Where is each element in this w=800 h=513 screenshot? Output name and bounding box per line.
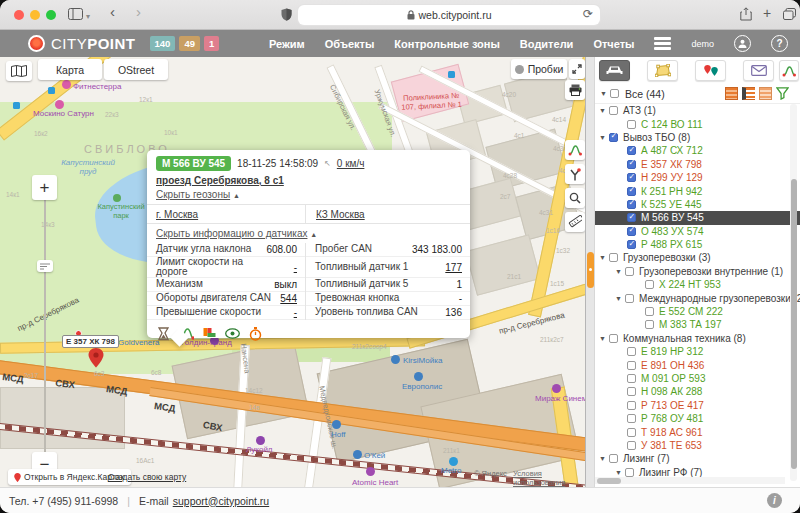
vehicle-row[interactable]: Е 552 СМ 222: [595, 305, 800, 318]
view-grouped-icon[interactable]: [742, 87, 755, 100]
geozone-city-link[interactable]: г. Москва: [156, 209, 198, 220]
vehicle-row[interactable]: Н 299 УУ 129: [595, 171, 800, 184]
vehicle-row[interactable]: Е 357 ХК 798: [595, 158, 800, 171]
route-fork-icon[interactable]: [565, 164, 585, 184]
status-badge-idle[interactable]: 49: [179, 36, 200, 51]
timer-icon[interactable]: [247, 325, 264, 342]
sidebar-vertical-scrollbar[interactable]: [790, 104, 797, 481]
citypoint-logo-icon[interactable]: [28, 35, 45, 52]
ruler-icon[interactable]: [565, 212, 585, 232]
vehicle-row[interactable]: С 124 ВО 111: [595, 117, 800, 130]
sidebar-toggle-icon[interactable]: [68, 8, 83, 20]
vehicle-pin-icon[interactable]: [88, 348, 104, 368]
tab-geozones[interactable]: [647, 60, 678, 81]
info-button[interactable]: i: [767, 493, 782, 508]
menu-icon[interactable]: [654, 35, 671, 53]
group-row[interactable]: ▼Грузоперевозки внутренние (1): [595, 265, 800, 278]
nav-reports[interactable]: Отчеты: [593, 38, 634, 50]
map-legend-icon[interactable]: [6, 61, 32, 81]
tab-messages[interactable]: [743, 60, 774, 81]
speed-link[interactable]: 0 км/ч: [337, 158, 365, 169]
share-icon[interactable]: [740, 7, 752, 21]
back-button[interactable]: ‹: [110, 4, 115, 20]
chevron-down-icon[interactable]: ▾: [86, 9, 90, 25]
view-compact-icon[interactable]: [759, 87, 772, 100]
map-terms-link[interactable]: Условия использования: [513, 469, 585, 487]
view-list-icon[interactable]: [725, 87, 738, 100]
fullscreen-window-button[interactable]: [46, 10, 56, 20]
layer-tab-ostreet[interactable]: OStreet: [104, 59, 168, 80]
vehicle-row[interactable]: Н 098 АК 288: [595, 385, 800, 398]
vehicle-row[interactable]: Р 713 ОЕ 417: [595, 399, 800, 412]
zoom-scale-icon[interactable]: [37, 260, 53, 272]
root-checkbox[interactable]: [610, 89, 619, 98]
vehicle-row[interactable]: А 487 СХ 712: [595, 144, 800, 157]
help-button[interactable]: ?: [771, 35, 788, 52]
collapse-icon[interactable]: ▲: [233, 192, 240, 199]
watch-eye-icon[interactable]: [224, 325, 241, 342]
vehicle-row[interactable]: Р 488 РХ 615: [595, 238, 800, 251]
vehicle-row[interactable]: О 483 УХ 574: [595, 225, 800, 238]
minimize-window-button[interactable]: [30, 10, 40, 20]
vehicle-row[interactable]: К 251 РН 942: [595, 184, 800, 197]
layer-tab-karta[interactable]: Карта: [38, 59, 102, 80]
tab-routes[interactable]: [779, 60, 799, 81]
sidebar-horizontal-scrollbar[interactable]: [595, 477, 785, 484]
user-avatar-icon[interactable]: [734, 35, 751, 52]
track-tool-icon[interactable]: [565, 140, 585, 160]
email-link[interactable]: support@citypoint.ru: [173, 495, 269, 507]
nav-control-zones[interactable]: Контрольные зоны: [394, 38, 500, 50]
status-badge-moving[interactable]: 140: [150, 36, 176, 51]
panel-resize-handle[interactable]: [587, 252, 594, 288]
group-row[interactable]: ▼Коммунальная техника (8): [595, 332, 800, 345]
expand-map-icon[interactable]: [569, 59, 585, 79]
tab-markers[interactable]: [695, 60, 726, 81]
group-row[interactable]: ▼АТЗ (1): [595, 104, 800, 117]
print-icon[interactable]: [565, 80, 585, 100]
group-row[interactable]: ▼Вывоз ТБО (8): [595, 131, 800, 144]
vehicle-row[interactable]: Т 918 АС 961: [595, 425, 800, 438]
collapse-icon[interactable]: ▲: [310, 231, 317, 238]
vehicle-row[interactable]: У 381 ТЕ 653: [595, 439, 800, 452]
group-row[interactable]: ▼Грузоперевозки (3): [595, 251, 800, 264]
geozone-kz-link[interactable]: КЗ Москва: [316, 209, 365, 220]
address-bar[interactable]: web.citypoint.ru ⟳: [298, 5, 600, 25]
vehicle-row[interactable]: Х 224 НТ 953: [595, 278, 800, 291]
vehicle-row-selected[interactable]: М 566 ВУ 545: [595, 211, 800, 224]
vehicle-row[interactable]: Р 768 ОУ 481: [595, 412, 800, 425]
hide-geozones-link[interactable]: Скрыть геозоны: [156, 189, 230, 200]
nav-objects[interactable]: Объекты: [325, 38, 375, 50]
traffic-button[interactable]: Пробки: [511, 59, 567, 79]
create-map-link[interactable]: Создать свою карту: [108, 472, 186, 482]
status-badge-alarm[interactable]: 1: [204, 36, 219, 51]
map-label-poi: О'Кей: [364, 451, 385, 460]
nav-drivers[interactable]: Водители: [520, 38, 574, 50]
vehicle-row[interactable]: Е 819 НР 312: [595, 345, 800, 358]
brand-title[interactable]: CITYPOINT: [51, 35, 136, 52]
new-tab-icon[interactable]: +: [763, 5, 771, 21]
close-window-button[interactable]: [14, 10, 24, 20]
filter-icon[interactable]: [776, 87, 789, 100]
vehicle-marker-label[interactable]: Е 357 ХК 798: [62, 335, 119, 348]
popup-address-link[interactable]: проезд Серебрякова, 8 с1: [156, 175, 284, 186]
privacy-shield-icon[interactable]: [281, 8, 292, 21]
reload-icon[interactable]: ⟳: [583, 7, 593, 21]
tab-objects[interactable]: [599, 60, 630, 81]
zoom-slider-track[interactable]: [44, 185, 46, 465]
map-search-icon[interactable]: [565, 188, 585, 208]
group-row[interactable]: ▼Международные грузоперевозки (2): [595, 291, 800, 304]
vehicle-row[interactable]: Е 891 ОН 436: [595, 358, 800, 371]
vehicle-row[interactable]: М 383 ТА 197: [595, 318, 800, 331]
tabs-overview-icon[interactable]: [783, 8, 796, 20]
tree-root-row[interactable]: ▼ Все (44): [595, 84, 800, 104]
vehicle-row[interactable]: М 091 ОР 593: [595, 372, 800, 385]
vehicle-row[interactable]: К 525 УЕ 445: [595, 198, 800, 211]
nav-mode[interactable]: Режим: [269, 38, 305, 50]
history-hourglass-icon[interactable]: [155, 325, 172, 342]
zoom-in-button[interactable]: +: [32, 175, 57, 200]
hide-sensors-link[interactable]: Скрыть информацию о датчиках: [156, 228, 307, 239]
forward-button[interactable]: ›: [136, 4, 141, 20]
group-row[interactable]: ▼Лизинг (7): [595, 452, 800, 465]
report-chart-icon[interactable]: [201, 325, 218, 342]
caret-icon[interactable]: ▼: [600, 90, 610, 97]
